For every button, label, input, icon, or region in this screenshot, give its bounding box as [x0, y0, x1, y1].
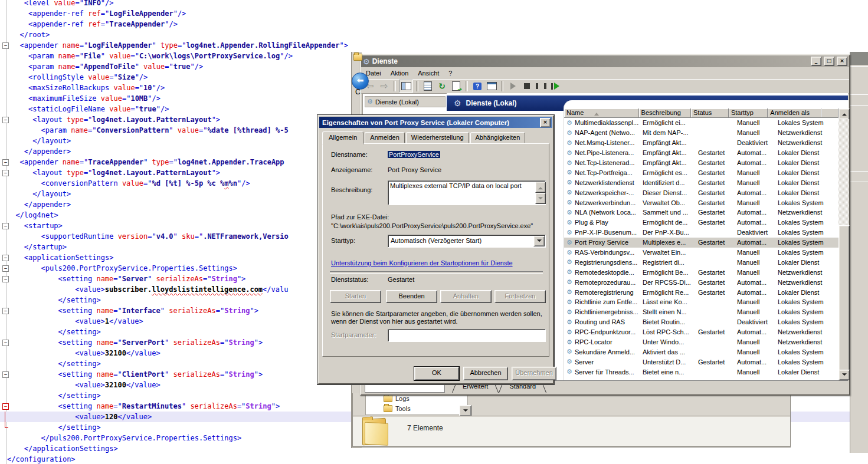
table-row[interactable]: ⚙ServerUnterstützt D...GestartetAutomat.… [564, 357, 838, 367]
table-row[interactable]: ⚙RPC-Endpunktzuor...Löst RPC-Sch...Gesta… [564, 327, 838, 337]
table-row[interactable]: ⚙Remoteprozedurau...Der RPCSS-Di...Gesta… [564, 277, 838, 287]
fortsetzen-button: Fortsetzen [494, 290, 546, 303]
fold-marker[interactable]: − [2, 265, 9, 272]
fold-marker[interactable]: − [2, 42, 9, 49]
table-row[interactable]: ⚙Net.Tcp-Listenerad...Empfängt Akt...Ges… [564, 158, 838, 168]
startparameter-input[interactable] [388, 329, 546, 342]
table-row[interactable]: ⚙Net.Pipe-Listenera...Empfängt Akt...Ges… [564, 148, 838, 158]
table-row[interactable]: ⚙Remotedesktopdie...Ermöglicht Be...Gest… [564, 267, 838, 277]
fold-marker[interactable]: − [2, 170, 9, 176]
column-header-0[interactable]: Name [564, 108, 639, 118]
list-scrollbar[interactable] [838, 108, 849, 380]
tree-item-dienste-lokal[interactable]: ⚙ Dienste (Lokal) [365, 96, 446, 107]
code-token: " [182, 402, 190, 410]
cell-description: Mit dem NAP-... [643, 129, 698, 136]
scroll-up-button[interactable] [535, 182, 546, 193]
table-row[interactable]: ⚙Richtlinienergebniss...Stellt einen N..… [564, 307, 838, 317]
table-row[interactable]: ⚙Net.Tcp-Portfreiga...Ermöglicht es...Ge… [564, 167, 838, 177]
dialog-tab-0[interactable]: Allgemein [322, 131, 363, 144]
combo-dropdown-button[interactable] [533, 236, 545, 246]
table-row[interactable]: ⚙Netzwerkverbindun...Verwaltet Ob...Gest… [564, 198, 838, 208]
stop-service-button[interactable] [520, 80, 533, 92]
code-token: String [212, 275, 237, 283]
table-row[interactable]: ⚙RPC-LocatorUnter Windo...ManuellNetzwer… [564, 337, 838, 347]
close-button[interactable]: × [837, 57, 847, 66]
explorer-back-button[interactable]: ⬅ [352, 73, 369, 90]
column-header-2[interactable]: Status [691, 108, 729, 118]
beschreibung-field[interactable]: Multiplexes external TCP/IP data on loca… [388, 180, 546, 205]
table-row[interactable]: ⚙RemoteregistrierungErmöglicht Re...Gest… [564, 287, 838, 297]
menu-item-2[interactable]: Ansicht [413, 68, 444, 78]
export-list-button[interactable] [450, 80, 463, 92]
explorer-folder-tree[interactable]: Logs Tools [365, 393, 468, 415]
column-header-3[interactable]: Starttyp [729, 108, 768, 118]
column-header-4[interactable]: Anmelden als [768, 108, 821, 118]
scroll-down-button[interactable] [535, 193, 546, 204]
table-row[interactable]: ⚙RAS-Verbindungsv...Verwaltet Ein...Manu… [564, 248, 838, 258]
table-row[interactable]: ⚙Port Proxy ServiceMultiplexes e...Gesta… [564, 238, 838, 248]
services-window-titlebar[interactable]: ⚙ Dienste _ □ × [361, 55, 849, 67]
dialog-tab-1[interactable]: Anmelden [365, 132, 405, 143]
scroll-down-button[interactable] [838, 370, 850, 380]
beenden-button[interactable]: Beenden [386, 290, 437, 303]
dialog-tab-3[interactable]: Abhängigkeiten [470, 132, 526, 143]
code-token: <layout [32, 116, 67, 124]
code-token: LogFileAppender [88, 41, 152, 50]
fold-marker[interactable]: − [2, 223, 9, 229]
table-row[interactable]: ⚙Sekundäre Anmeld...Aktiviert das ...Man… [564, 347, 838, 357]
fold-marker[interactable]: − [2, 371, 9, 378]
cell-logon-as: Lokales System [778, 308, 834, 315]
restart-service-button[interactable] [549, 80, 562, 92]
table-row[interactable]: ⚙Net.Msmq-Listener...Empfängt Akt...Deak… [564, 138, 838, 148]
fold-marker[interactable]: − [2, 340, 9, 346]
fold-marker[interactable]: − [2, 117, 9, 123]
properties-button[interactable] [421, 80, 434, 92]
forward-button[interactable]: ⇨ [378, 80, 391, 92]
table-row[interactable]: ⚙Multimediaklassenpl...Ermöglicht ei...M… [564, 118, 838, 128]
fold-marker[interactable]: − [2, 403, 9, 410]
new-window-button[interactable] [485, 80, 498, 92]
divider [330, 271, 543, 274]
maximize-button[interactable]: □ [824, 57, 834, 66]
table-row[interactable]: ⚙Netzwerkspeicher-...Dieser Dienst...Ges… [564, 187, 838, 198]
cell-status: Gestartet [698, 159, 737, 166]
dialog-titlebar[interactable]: Eigenschaften von Port Proxy Service (Lo… [319, 117, 552, 128]
description-scrollbar[interactable] [535, 182, 545, 204]
table-row[interactable]: ⚙Registrierungsdiens...Registriert di...… [564, 257, 838, 267]
dienstname-value[interactable]: PortProxyService [388, 151, 440, 158]
menu-item-3[interactable]: ? [444, 68, 457, 78]
table-row[interactable]: ⚙Server für Threads...Bietet eine n...Ma… [564, 367, 838, 377]
scrollbar-thumb[interactable] [838, 225, 850, 376]
starttyp-combobox[interactable]: Automatisch (Verzögerter Start) [388, 235, 546, 248]
tree-item-tools[interactable]: Tools [366, 403, 467, 413]
help-button[interactable]: ? [471, 80, 484, 92]
pause-service-button[interactable] [535, 80, 548, 92]
fold-marker[interactable]: − [2, 276, 9, 282]
menu-item-1[interactable]: Aktion [386, 68, 414, 78]
ok-button[interactable]: OK [414, 367, 459, 380]
anzeigename-value: Port Proxy Service [388, 166, 441, 173]
close-icon[interactable]: × [540, 118, 551, 127]
dialog-tab-2[interactable]: Wiederherstellung [406, 132, 469, 143]
show-console-tree-button[interactable] [399, 80, 413, 93]
table-row[interactable]: ⚙Richtlinie zum Entfe...Lässt eine Ko...… [564, 297, 838, 307]
fold-marker[interactable]: − [2, 159, 9, 166]
start-service-button[interactable] [506, 80, 519, 92]
explorer-dropdown-button[interactable] [459, 405, 471, 416]
startup-options-help-link[interactable]: Unterstützung beim Konfigurieren der Sta… [331, 259, 513, 266]
table-row[interactable]: ⚙NetzwerklistendienstIdentifiziert d...G… [564, 177, 838, 187]
background-window-band [850, 52, 868, 65]
table-row[interactable]: ⚙NLA (Network Loca...Sammelt und ...Gest… [564, 208, 838, 218]
table-row[interactable]: ⚙Routing und RASBietet Routin...Deaktivi… [564, 317, 838, 327]
fold-marker[interactable]: − [2, 308, 9, 314]
table-row[interactable]: ⚙NAP-Agent (Netwo...Mit dem NAP-...Manue… [564, 128, 838, 138]
refresh-button[interactable]: ↻ [435, 80, 448, 92]
column-header-1[interactable]: Beschreibung [639, 108, 692, 118]
fold-marker[interactable]: − [2, 255, 9, 261]
table-row[interactable]: ⚙Plug & PlayErmöglicht de...GestartetAut… [564, 218, 838, 228]
cancel-button[interactable]: Abbrechen [463, 367, 508, 380]
code-token: </setting> [58, 391, 100, 400]
service-gear-icon: ⚙ [564, 348, 575, 356]
minimize-button[interactable]: _ [811, 57, 821, 66]
table-row[interactable]: ⚙PnP-X-IP-Busenum...Der PnP-X-Bu...Deakt… [564, 228, 838, 238]
